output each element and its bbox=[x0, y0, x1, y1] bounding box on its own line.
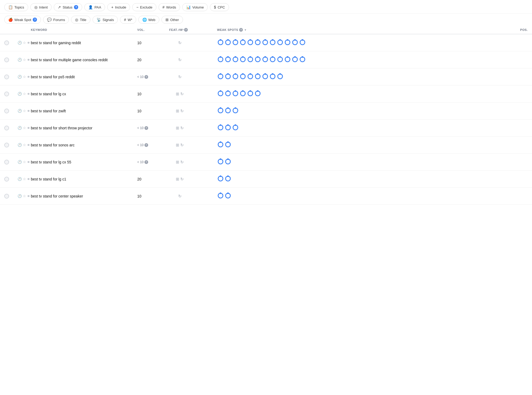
list-icon[interactable]: ≡ bbox=[88, 194, 90, 198]
vol-info-icon[interactable]: ? bbox=[144, 75, 148, 79]
weak-spot-ring bbox=[225, 158, 231, 166]
list-icon[interactable]: ≡ bbox=[80, 75, 82, 79]
btn-signals[interactable]: 📡Signals bbox=[93, 16, 118, 24]
vol-info-icon[interactable]: ? bbox=[144, 160, 148, 164]
btn-other[interactable]: ⊞Other bbox=[161, 16, 183, 24]
row-checkbox[interactable] bbox=[4, 177, 9, 182]
row-checkbox[interactable] bbox=[4, 109, 9, 113]
btn-words[interactable]: #Words bbox=[159, 3, 180, 11]
copy-icon[interactable]: ⧉ bbox=[82, 41, 85, 45]
btn-status[interactable]: ↗Status? bbox=[54, 3, 82, 11]
list-icon[interactable]: ≡ bbox=[71, 92, 73, 96]
btn-include[interactable]: +Include bbox=[107, 3, 130, 11]
clock-icon[interactable]: 🕐 bbox=[18, 109, 22, 113]
btn-volume[interactable]: 📊Volume bbox=[182, 3, 208, 11]
clock-icon[interactable]: 🕐 bbox=[18, 75, 22, 79]
keyword-cell: best tv stand for short throw projector … bbox=[31, 126, 137, 130]
list-icon[interactable]: ≡ bbox=[97, 126, 99, 130]
external-link-icon[interactable]: ↗ bbox=[82, 143, 85, 147]
vol-info-icon[interactable]: ? bbox=[144, 143, 148, 147]
list-icon[interactable]: ≡ bbox=[80, 143, 81, 147]
copy-icon[interactable]: ⧉ bbox=[68, 92, 70, 96]
external-link-icon[interactable]: ↗ bbox=[74, 177, 77, 181]
hide-icon[interactable]: 👁 bbox=[27, 41, 30, 44]
star-icon[interactable]: ☆ bbox=[23, 92, 26, 96]
star-icon[interactable]: ☆ bbox=[23, 126, 26, 130]
star-icon[interactable]: ☆ bbox=[23, 194, 26, 198]
btn-w3[interactable]: #W³ bbox=[120, 16, 136, 24]
star-icon[interactable]: ☆ bbox=[23, 58, 26, 62]
btn-exclude[interactable]: −Exclude bbox=[132, 3, 156, 11]
clock-icon[interactable]: 🕐 bbox=[18, 160, 22, 164]
weakspots-sort-icon[interactable]: ▼ bbox=[244, 28, 247, 31]
external-link-icon[interactable]: ↗ bbox=[100, 126, 103, 130]
external-link-icon[interactable]: ↗ bbox=[91, 194, 94, 198]
copy-icon[interactable]: ⧉ bbox=[68, 109, 70, 113]
star-icon[interactable]: ☆ bbox=[23, 143, 26, 147]
row-checkbox[interactable] bbox=[4, 40, 9, 45]
btn-intent[interactable]: ◎Intent bbox=[30, 3, 52, 11]
row-action-icons: 🕐 ☆ 👁 bbox=[18, 160, 31, 164]
btn-weakspot[interactable]: 🍎Weak Spot? bbox=[4, 16, 41, 24]
copy-icon[interactable]: ⧉ bbox=[73, 160, 75, 164]
clock-icon[interactable]: 🕐 bbox=[18, 41, 22, 45]
copy-icon[interactable]: ⧉ bbox=[76, 75, 79, 79]
clock-icon[interactable]: 🕐 bbox=[18, 194, 22, 198]
external-link-icon[interactable]: ↗ bbox=[89, 41, 92, 45]
btn-forums[interactable]: 💬Forums bbox=[43, 16, 69, 24]
star-icon[interactable]: ☆ bbox=[23, 75, 26, 79]
list-icon[interactable]: ≡ bbox=[71, 109, 73, 113]
btn-paa[interactable]: 👤PAA bbox=[84, 3, 105, 11]
clock-icon[interactable]: 🕐 bbox=[18, 143, 22, 147]
copy-icon[interactable]: ⧉ bbox=[94, 126, 96, 130]
external-link-icon[interactable]: ↗ bbox=[83, 75, 85, 79]
hide-icon[interactable]: 👁 bbox=[27, 195, 30, 198]
external-link-icon[interactable]: ↗ bbox=[74, 109, 77, 113]
row-checkbox[interactable] bbox=[4, 92, 9, 96]
row-checkbox[interactable] bbox=[4, 75, 9, 79]
external-link-icon[interactable]: ↗ bbox=[79, 160, 82, 164]
weak-spot-ring bbox=[232, 73, 239, 81]
btn-title[interactable]: ◎Title bbox=[71, 16, 90, 24]
btn-topics[interactable]: 📋Topics bbox=[4, 3, 28, 11]
list-icon[interactable]: ≡ bbox=[86, 41, 88, 45]
hide-icon[interactable]: 👁 bbox=[27, 109, 30, 113]
star-icon[interactable]: ☆ bbox=[23, 177, 26, 181]
w3-info-icon[interactable]: ? bbox=[184, 28, 188, 32]
btn-cpc[interactable]: $CPC bbox=[210, 3, 229, 11]
clock-icon[interactable]: 🕐 bbox=[18, 92, 22, 96]
hide-icon[interactable]: 👁 bbox=[27, 143, 30, 147]
weak-spots-cell bbox=[217, 141, 506, 149]
list-icon[interactable]: ≡ bbox=[71, 177, 73, 181]
clock-icon[interactable]: 🕐 bbox=[18, 177, 22, 181]
clock-icon[interactable]: 🕐 bbox=[18, 58, 22, 62]
weakspots-info-icon[interactable]: ? bbox=[239, 28, 243, 32]
row-checkbox[interactable] bbox=[4, 160, 9, 164]
copy-icon[interactable]: ⧉ bbox=[109, 58, 112, 62]
row-checkbox[interactable] bbox=[4, 194, 9, 199]
hide-icon[interactable]: 👁 bbox=[27, 126, 30, 130]
hide-icon[interactable]: 👁 bbox=[27, 161, 30, 164]
svg-point-67 bbox=[220, 90, 221, 92]
vol-info-icon[interactable]: ? bbox=[144, 126, 148, 130]
row-checkbox[interactable] bbox=[4, 143, 9, 147]
star-icon[interactable]: ☆ bbox=[23, 109, 26, 113]
btn-web[interactable]: 🌐Web bbox=[138, 16, 160, 24]
hide-icon[interactable]: 👁 bbox=[27, 92, 30, 96]
external-link-icon[interactable]: ↗ bbox=[74, 92, 77, 96]
row-checkbox[interactable] bbox=[4, 57, 9, 62]
row-checkbox[interactable] bbox=[4, 126, 9, 130]
copy-icon[interactable]: ⧉ bbox=[85, 194, 87, 198]
external-link-icon[interactable]: ↗ bbox=[116, 58, 118, 62]
hide-icon[interactable]: 👁 bbox=[27, 58, 30, 61]
weak-spot-ring bbox=[225, 56, 231, 64]
clock-icon[interactable]: 🕐 bbox=[18, 126, 22, 130]
star-icon[interactable]: ☆ bbox=[23, 160, 26, 164]
copy-icon[interactable]: ⧉ bbox=[68, 177, 70, 181]
list-icon[interactable]: ≡ bbox=[76, 160, 78, 164]
star-icon[interactable]: ☆ bbox=[23, 41, 26, 45]
copy-icon[interactable]: ⧉ bbox=[76, 143, 78, 147]
hide-icon[interactable]: 👁 bbox=[27, 75, 30, 79]
list-icon[interactable]: ≡ bbox=[113, 58, 115, 62]
hide-icon[interactable]: 👁 bbox=[27, 178, 30, 181]
